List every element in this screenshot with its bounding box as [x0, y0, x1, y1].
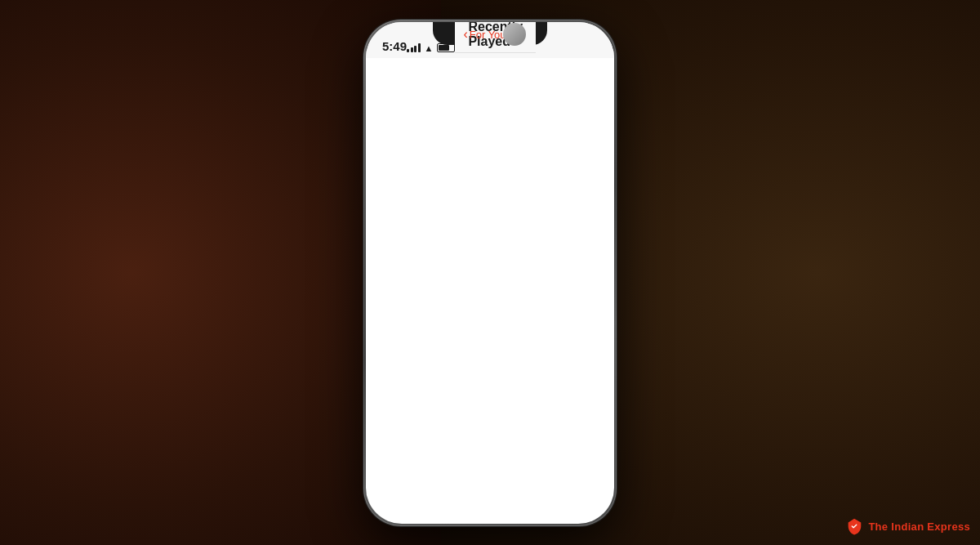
back-label[interactable]: For You — [470, 29, 506, 41]
status-time: 5:49 — [382, 39, 407, 53]
watermark-text: The Indian Express — [868, 520, 970, 533]
signal-bar-1 — [407, 49, 409, 52]
signal-bar-4 — [418, 43, 421, 52]
status-bar: 5:49 ▲ ‹ For — [366, 22, 614, 58]
navigation-bar: ‹ For You Recently Played — [455, 22, 536, 53]
signal-bar-2 — [411, 47, 413, 52]
watermark-brand2: Express — [927, 520, 970, 533]
watermark-brand: The Indian — [868, 520, 924, 533]
battery-icon — [437, 43, 455, 52]
back-button[interactable]: ‹ For You — [463, 27, 506, 42]
phone-screen: 5:49 ▲ ‹ For — [366, 22, 614, 524]
status-icons: ▲ — [407, 43, 455, 53]
back-chevron-icon: ‹ — [463, 27, 467, 42]
signal-icon — [407, 43, 421, 52]
phone-outer-shell: 5:49 ▲ ‹ For — [363, 20, 617, 526]
phone-device: 5:49 ▲ ‹ For — [363, 20, 617, 526]
signal-bar-3 — [414, 46, 416, 52]
user-avatar[interactable] — [503, 23, 526, 46]
battery-fill — [439, 45, 449, 51]
watermark: The Indian Express — [845, 517, 970, 535]
wifi-icon: ▲ — [425, 43, 434, 53]
